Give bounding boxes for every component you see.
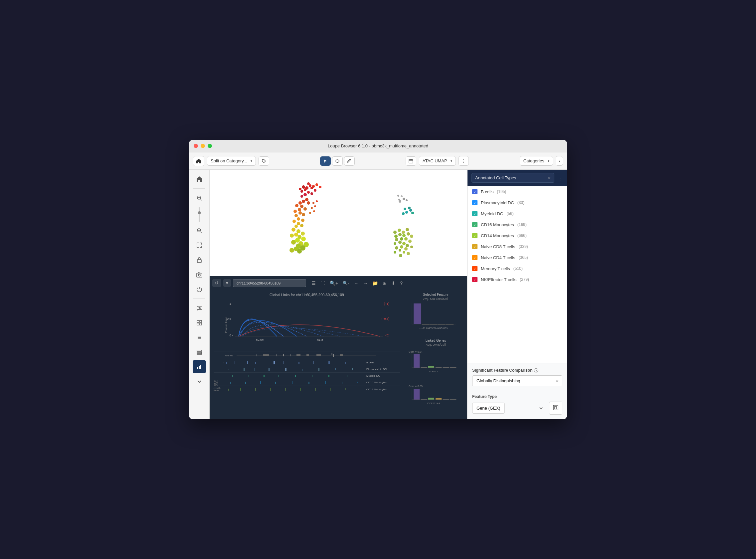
svg-rect-10 xyxy=(200,323,202,325)
select-tool[interactable] xyxy=(320,156,331,166)
chart-title: Global Links for chr11:60,455,290-60,456… xyxy=(214,293,400,297)
cell-type-item[interactable]: ✓ NK/Effector T cells (279) ··· xyxy=(468,274,567,285)
cell-more-cd16-monocytes[interactable]: ··· xyxy=(556,222,562,227)
folder-button[interactable]: 📁 xyxy=(370,279,380,287)
cell-checkbox-nk-effector[interactable]: ✓ xyxy=(472,277,477,282)
svg-rect-125 xyxy=(257,354,257,356)
svg-rect-163 xyxy=(230,382,231,384)
cell-more-b-cells[interactable]: ··· xyxy=(556,189,562,194)
tag-button[interactable] xyxy=(259,156,269,166)
linked-genes-title: Linked Genes xyxy=(407,339,465,342)
svg-point-102 xyxy=(402,242,406,245)
zoom-out-icon[interactable] xyxy=(193,224,206,237)
chevron-down-icon[interactable] xyxy=(193,375,206,388)
bottom-toolbar: ↺ ▾ chr11:60455290-60456109 ☰ ⛶ 🔍+ 🔍- ← … xyxy=(209,276,467,290)
svg-point-68 xyxy=(289,248,294,252)
svg-point-111 xyxy=(394,251,396,253)
cell-checkbox-cd14-monocytes[interactable]: ✓ xyxy=(472,233,477,238)
svg-rect-190 xyxy=(414,354,420,368)
gene-icon[interactable] xyxy=(193,301,206,315)
cell-checkbox-memory-t[interactable]: ✓ xyxy=(472,266,477,271)
lock-icon[interactable] xyxy=(193,253,206,267)
expand-icon[interactable] xyxy=(193,239,206,252)
cell-more-memory-t[interactable]: ··· xyxy=(556,266,562,271)
list-icon[interactable] xyxy=(193,331,206,344)
svg-rect-134 xyxy=(316,354,321,356)
cell-checkbox-plasmacytoid-dc[interactable]: ✓ xyxy=(472,200,477,205)
maximize-button[interactable] xyxy=(208,144,212,148)
cell-type-item[interactable]: ✓ Naive CD4 T cells (365) ··· xyxy=(468,252,567,263)
view-dropdown[interactable]: ATAC UMAP xyxy=(419,156,456,166)
cell-more-plasmacytoid-dc[interactable]: ··· xyxy=(556,200,562,205)
svg-rect-151 xyxy=(302,369,303,371)
svg-rect-144 xyxy=(328,361,330,364)
cell-checkbox-b-cells[interactable]: ✓ xyxy=(472,189,477,194)
globally-distinguishing-select[interactable]: Globally Distinguishing xyxy=(472,375,562,386)
svg-point-25 xyxy=(304,188,307,191)
cell-type-item[interactable]: ✓ Plasmacytoid DC (30) ··· xyxy=(468,197,567,208)
home-button[interactable] xyxy=(193,156,204,166)
prev-button[interactable]: ← xyxy=(352,279,360,287)
draw-tool[interactable] xyxy=(344,156,355,166)
cell-more-cd14-monocytes[interactable]: ··· xyxy=(556,233,562,238)
cell-type-item[interactable]: ✓ Myeloid DC (56) ··· xyxy=(468,208,567,219)
close-button[interactable] xyxy=(194,144,198,148)
help-icon: ? xyxy=(534,368,538,373)
expand-view-button[interactable]: ⛶ xyxy=(318,279,327,287)
split-category-dropdown[interactable]: Split on Category... xyxy=(207,156,256,166)
calendar-icon[interactable] xyxy=(406,156,416,166)
grid-icon[interactable] xyxy=(193,316,206,330)
lasso-tool[interactable] xyxy=(332,156,343,166)
location-input[interactable]: chr11:60455290-60456109 xyxy=(233,279,306,287)
next-button[interactable]: → xyxy=(361,279,370,287)
calculate-button[interactable] xyxy=(549,402,562,415)
cell-checkbox-naive-cd4[interactable]: ✓ xyxy=(472,255,477,260)
cell-type-item[interactable]: ✓ Naive CD8 T cells (339) ··· xyxy=(468,241,567,252)
sidebar-home-icon[interactable] xyxy=(193,172,206,186)
svg-point-90 xyxy=(402,230,405,234)
download-button[interactable]: ⬇ xyxy=(389,279,397,287)
categories-dropdown[interactable]: Categories xyxy=(520,156,553,166)
cell-checkbox-naive-cd8[interactable]: ✓ xyxy=(472,244,477,249)
zoom-in-icon[interactable] xyxy=(193,191,206,205)
track-cd14-monocytes: CD14 Monocytes xyxy=(365,388,387,391)
zoom-in-button[interactable]: 🔍+ xyxy=(328,279,340,287)
cell-more-naive-cd8[interactable]: ··· xyxy=(556,244,562,249)
cell-checkbox-cd16-monocytes[interactable]: ✓ xyxy=(472,222,477,227)
svg-rect-135 xyxy=(340,354,343,356)
cell-type-item[interactable]: ✓ B cells (195) ··· xyxy=(468,186,567,197)
camera-icon[interactable] xyxy=(193,268,206,281)
right-panel-menu-button[interactable]: ⋮ xyxy=(557,174,563,182)
help-button[interactable]: ? xyxy=(398,279,405,287)
zoom-out-button[interactable]: 🔍- xyxy=(341,279,351,287)
list-view-button[interactable]: ☰ xyxy=(309,279,318,287)
undo-button[interactable]: ↺ xyxy=(212,279,221,287)
view-more-button[interactable]: ⋮ xyxy=(459,156,469,166)
svg-rect-159 xyxy=(295,375,296,377)
nav-forward-button[interactable]: › xyxy=(556,156,563,166)
cell-more-nk-effector[interactable]: ··· xyxy=(556,277,562,282)
tool-group xyxy=(320,156,355,166)
cell-tracks: ↑ xyxy=(214,359,400,393)
chart-icon[interactable] xyxy=(193,360,206,373)
svg-rect-169 xyxy=(325,381,326,384)
svg-rect-141 xyxy=(284,361,284,364)
cell-type-item[interactable]: ✓ Memory T cells (510) ··· xyxy=(468,263,567,274)
left-sidebar xyxy=(189,170,209,419)
feature-type-select[interactable]: Gene (GEX) xyxy=(472,403,505,413)
cell-type-item[interactable]: ✓ CD16 Monocytes (169) ··· xyxy=(468,219,567,230)
cell-more-naive-cd4[interactable]: ··· xyxy=(556,255,562,260)
cell-checkbox-myeloid-dc[interactable]: ✓ xyxy=(472,211,477,216)
minimize-button[interactable] xyxy=(201,144,205,148)
cell-more-myeloid-dc[interactable]: ··· xyxy=(556,211,562,216)
svg-point-106 xyxy=(395,246,398,250)
align-button[interactable]: ⊞ xyxy=(381,279,388,287)
cell-type-item[interactable]: ✓ CD14 Monocytes (666) ··· xyxy=(468,230,567,241)
power-icon[interactable] xyxy=(193,283,206,296)
list-alt-icon[interactable] xyxy=(193,345,206,359)
umap-area[interactable] xyxy=(209,170,467,276)
svg-text:61M: 61M xyxy=(317,338,323,341)
svg-rect-133 xyxy=(307,354,309,356)
dropdown-arrow-btn[interactable]: ▾ xyxy=(223,279,231,287)
svg-point-69 xyxy=(297,249,302,253)
